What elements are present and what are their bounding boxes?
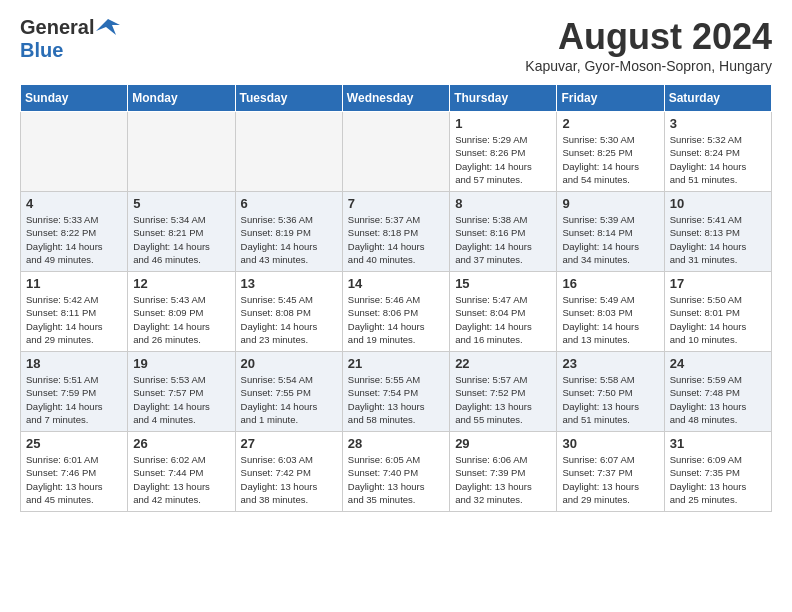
day-content: Sunrise: 6:09 AM Sunset: 7:35 PM Dayligh… — [670, 453, 766, 506]
weekday-header-wednesday: Wednesday — [342, 85, 449, 112]
day-number: 13 — [241, 276, 337, 291]
logo-bird-icon — [96, 17, 120, 37]
day-content: Sunrise: 5:29 AM Sunset: 8:26 PM Dayligh… — [455, 133, 551, 186]
day-content: Sunrise: 5:51 AM Sunset: 7:59 PM Dayligh… — [26, 373, 122, 426]
day-cell: 22Sunrise: 5:57 AM Sunset: 7:52 PM Dayli… — [450, 352, 557, 432]
day-cell: 13Sunrise: 5:45 AM Sunset: 8:08 PM Dayli… — [235, 272, 342, 352]
day-number: 11 — [26, 276, 122, 291]
day-cell: 4Sunrise: 5:33 AM Sunset: 8:22 PM Daylig… — [21, 192, 128, 272]
day-content: Sunrise: 5:34 AM Sunset: 8:21 PM Dayligh… — [133, 213, 229, 266]
day-content: Sunrise: 5:32 AM Sunset: 8:24 PM Dayligh… — [670, 133, 766, 186]
day-content: Sunrise: 5:42 AM Sunset: 8:11 PM Dayligh… — [26, 293, 122, 346]
day-cell: 26Sunrise: 6:02 AM Sunset: 7:44 PM Dayli… — [128, 432, 235, 512]
day-content: Sunrise: 6:01 AM Sunset: 7:46 PM Dayligh… — [26, 453, 122, 506]
day-cell: 3Sunrise: 5:32 AM Sunset: 8:24 PM Daylig… — [664, 112, 771, 192]
day-number: 5 — [133, 196, 229, 211]
day-number: 17 — [670, 276, 766, 291]
day-number: 14 — [348, 276, 444, 291]
day-number: 16 — [562, 276, 658, 291]
weekday-header-row: SundayMondayTuesdayWednesdayThursdayFrid… — [21, 85, 772, 112]
day-cell: 2Sunrise: 5:30 AM Sunset: 8:25 PM Daylig… — [557, 112, 664, 192]
week-row-2: 4Sunrise: 5:33 AM Sunset: 8:22 PM Daylig… — [21, 192, 772, 272]
day-number: 2 — [562, 116, 658, 131]
day-content: Sunrise: 5:58 AM Sunset: 7:50 PM Dayligh… — [562, 373, 658, 426]
day-content: Sunrise: 5:53 AM Sunset: 7:57 PM Dayligh… — [133, 373, 229, 426]
day-cell — [21, 112, 128, 192]
weekday-header-friday: Friday — [557, 85, 664, 112]
day-number: 6 — [241, 196, 337, 211]
day-cell: 23Sunrise: 5:58 AM Sunset: 7:50 PM Dayli… — [557, 352, 664, 432]
logo-blue-text: Blue — [20, 39, 63, 61]
day-cell: 27Sunrise: 6:03 AM Sunset: 7:42 PM Dayli… — [235, 432, 342, 512]
day-content: Sunrise: 5:57 AM Sunset: 7:52 PM Dayligh… — [455, 373, 551, 426]
day-cell: 19Sunrise: 5:53 AM Sunset: 7:57 PM Dayli… — [128, 352, 235, 432]
day-number: 21 — [348, 356, 444, 371]
day-cell: 31Sunrise: 6:09 AM Sunset: 7:35 PM Dayli… — [664, 432, 771, 512]
day-cell: 1Sunrise: 5:29 AM Sunset: 8:26 PM Daylig… — [450, 112, 557, 192]
day-cell — [235, 112, 342, 192]
day-cell: 5Sunrise: 5:34 AM Sunset: 8:21 PM Daylig… — [128, 192, 235, 272]
day-number: 19 — [133, 356, 229, 371]
svg-marker-0 — [96, 19, 120, 35]
day-number: 25 — [26, 436, 122, 451]
weekday-header-thursday: Thursday — [450, 85, 557, 112]
day-number: 4 — [26, 196, 122, 211]
day-cell: 16Sunrise: 5:49 AM Sunset: 8:03 PM Dayli… — [557, 272, 664, 352]
day-number: 7 — [348, 196, 444, 211]
day-cell: 7Sunrise: 5:37 AM Sunset: 8:18 PM Daylig… — [342, 192, 449, 272]
day-number: 18 — [26, 356, 122, 371]
week-row-5: 25Sunrise: 6:01 AM Sunset: 7:46 PM Dayli… — [21, 432, 772, 512]
day-cell: 10Sunrise: 5:41 AM Sunset: 8:13 PM Dayli… — [664, 192, 771, 272]
day-cell: 20Sunrise: 5:54 AM Sunset: 7:55 PM Dayli… — [235, 352, 342, 432]
logo-general-text: General — [20, 16, 94, 39]
day-number: 22 — [455, 356, 551, 371]
weekday-header-tuesday: Tuesday — [235, 85, 342, 112]
calendar-subtitle: Kapuvar, Gyor-Moson-Sopron, Hungary — [525, 58, 772, 74]
week-row-3: 11Sunrise: 5:42 AM Sunset: 8:11 PM Dayli… — [21, 272, 772, 352]
header: General Blue August 2024 Kapuvar, Gyor-M… — [20, 16, 772, 74]
weekday-header-sunday: Sunday — [21, 85, 128, 112]
day-cell: 14Sunrise: 5:46 AM Sunset: 8:06 PM Dayli… — [342, 272, 449, 352]
day-content: Sunrise: 5:50 AM Sunset: 8:01 PM Dayligh… — [670, 293, 766, 346]
day-content: Sunrise: 5:54 AM Sunset: 7:55 PM Dayligh… — [241, 373, 337, 426]
day-content: Sunrise: 5:30 AM Sunset: 8:25 PM Dayligh… — [562, 133, 658, 186]
day-cell: 30Sunrise: 6:07 AM Sunset: 7:37 PM Dayli… — [557, 432, 664, 512]
day-cell: 24Sunrise: 5:59 AM Sunset: 7:48 PM Dayli… — [664, 352, 771, 432]
day-cell: 17Sunrise: 5:50 AM Sunset: 8:01 PM Dayli… — [664, 272, 771, 352]
day-content: Sunrise: 5:49 AM Sunset: 8:03 PM Dayligh… — [562, 293, 658, 346]
day-cell: 8Sunrise: 5:38 AM Sunset: 8:16 PM Daylig… — [450, 192, 557, 272]
day-number: 30 — [562, 436, 658, 451]
day-cell: 11Sunrise: 5:42 AM Sunset: 8:11 PM Dayli… — [21, 272, 128, 352]
weekday-header-monday: Monday — [128, 85, 235, 112]
day-content: Sunrise: 5:47 AM Sunset: 8:04 PM Dayligh… — [455, 293, 551, 346]
day-content: Sunrise: 5:39 AM Sunset: 8:14 PM Dayligh… — [562, 213, 658, 266]
day-cell: 29Sunrise: 6:06 AM Sunset: 7:39 PM Dayli… — [450, 432, 557, 512]
day-cell: 15Sunrise: 5:47 AM Sunset: 8:04 PM Dayli… — [450, 272, 557, 352]
calendar-title: August 2024 — [525, 16, 772, 58]
day-content: Sunrise: 6:06 AM Sunset: 7:39 PM Dayligh… — [455, 453, 551, 506]
day-cell — [128, 112, 235, 192]
day-number: 9 — [562, 196, 658, 211]
day-number: 1 — [455, 116, 551, 131]
day-content: Sunrise: 5:33 AM Sunset: 8:22 PM Dayligh… — [26, 213, 122, 266]
day-number: 27 — [241, 436, 337, 451]
day-cell: 18Sunrise: 5:51 AM Sunset: 7:59 PM Dayli… — [21, 352, 128, 432]
day-cell: 9Sunrise: 5:39 AM Sunset: 8:14 PM Daylig… — [557, 192, 664, 272]
day-content: Sunrise: 5:46 AM Sunset: 8:06 PM Dayligh… — [348, 293, 444, 346]
day-content: Sunrise: 5:36 AM Sunset: 8:19 PM Dayligh… — [241, 213, 337, 266]
day-number: 29 — [455, 436, 551, 451]
weekday-header-saturday: Saturday — [664, 85, 771, 112]
day-content: Sunrise: 6:02 AM Sunset: 7:44 PM Dayligh… — [133, 453, 229, 506]
logo: General Blue — [20, 16, 120, 62]
day-cell: 12Sunrise: 5:43 AM Sunset: 8:09 PM Dayli… — [128, 272, 235, 352]
day-cell: 21Sunrise: 5:55 AM Sunset: 7:54 PM Dayli… — [342, 352, 449, 432]
day-content: Sunrise: 5:38 AM Sunset: 8:16 PM Dayligh… — [455, 213, 551, 266]
day-content: Sunrise: 5:45 AM Sunset: 8:08 PM Dayligh… — [241, 293, 337, 346]
day-cell: 25Sunrise: 6:01 AM Sunset: 7:46 PM Dayli… — [21, 432, 128, 512]
day-cell: 6Sunrise: 5:36 AM Sunset: 8:19 PM Daylig… — [235, 192, 342, 272]
day-number: 23 — [562, 356, 658, 371]
day-number: 26 — [133, 436, 229, 451]
day-content: Sunrise: 5:55 AM Sunset: 7:54 PM Dayligh… — [348, 373, 444, 426]
day-number: 28 — [348, 436, 444, 451]
day-number: 8 — [455, 196, 551, 211]
